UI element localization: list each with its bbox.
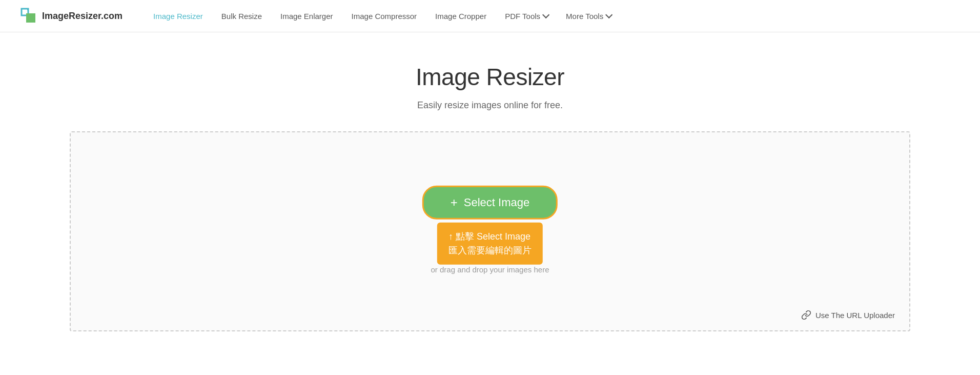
logo[interactable]: ImageResizer.com xyxy=(21,8,122,24)
drop-hint-text: or drag and drop your images here xyxy=(431,265,549,274)
page-subtitle: Easily resize images online for free. xyxy=(417,100,563,111)
svg-rect-2 xyxy=(26,13,35,23)
url-uploader-link[interactable]: Use The URL Uploader xyxy=(801,310,895,320)
select-image-label: Select Image xyxy=(464,196,529,209)
logo-text: ImageResizer.com xyxy=(42,11,122,22)
logo-icon xyxy=(21,8,37,24)
main-content: Image Resizer Easily resize images onlin… xyxy=(0,32,980,352)
nav-image-compressor[interactable]: Image Compressor xyxy=(352,12,417,21)
svg-rect-3 xyxy=(27,9,29,10)
page-title: Image Resizer xyxy=(416,63,564,91)
pdf-tools-chevron-icon xyxy=(542,11,549,18)
nav-more-tools[interactable]: More Tools xyxy=(566,12,610,21)
nav-image-cropper[interactable]: Image Cropper xyxy=(435,12,486,21)
main-nav: Image Resizer Bulk Resize Image Enlarger… xyxy=(153,12,959,21)
site-header: ImageResizer.com Image Resizer Bulk Resi… xyxy=(0,0,980,32)
nav-pdf-tools[interactable]: PDF Tools xyxy=(505,12,547,21)
plus-icon: + xyxy=(451,195,458,210)
tooltip-line1: ↑ 點擊 Select Image xyxy=(448,230,532,244)
link-icon xyxy=(801,310,811,320)
more-tools-chevron-icon xyxy=(605,11,612,18)
select-image-button[interactable]: + Select Image xyxy=(422,186,558,220)
drop-zone[interactable]: + Select Image ↑ 點擊 Select Image 匯入需要編輯的… xyxy=(70,131,910,331)
nav-bulk-resize[interactable]: Bulk Resize xyxy=(221,12,262,21)
url-uploader-label: Use The URL Uploader xyxy=(815,311,895,320)
nav-image-resizer[interactable]: Image Resizer xyxy=(153,12,203,21)
nav-image-enlarger[interactable]: Image Enlarger xyxy=(280,12,333,21)
tooltip-line2: 匯入需要編輯的圖片 xyxy=(448,244,532,258)
upload-center: + Select Image ↑ 點擊 Select Image 匯入需要編輯的… xyxy=(422,186,558,265)
tooltip-box: ↑ 點擊 Select Image 匯入需要編輯的圖片 xyxy=(437,223,543,265)
